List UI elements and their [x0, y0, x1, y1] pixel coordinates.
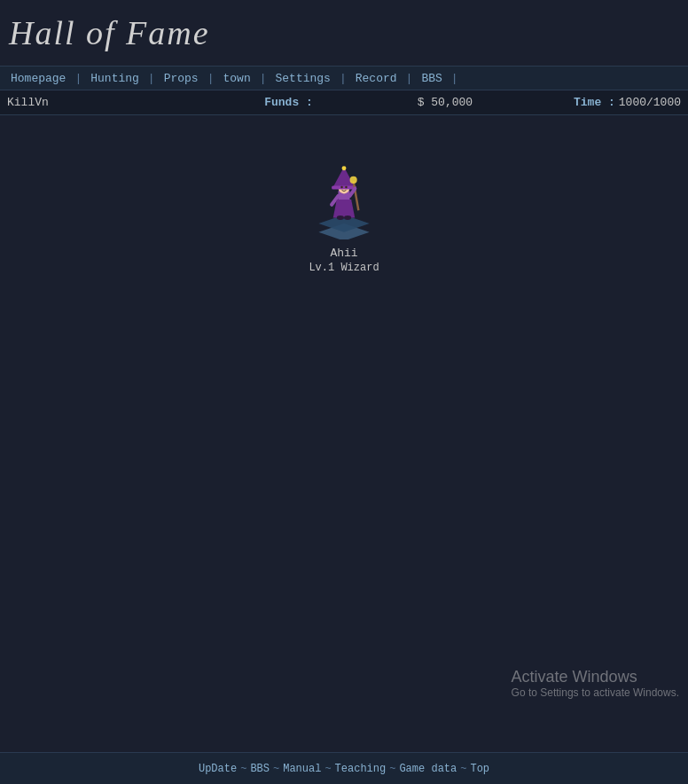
character-sprite	[295, 142, 393, 239]
footer-sep-5: ~	[460, 763, 466, 775]
nav-sep-6: |	[404, 72, 415, 85]
svg-point-8	[342, 166, 347, 170]
navbar: Homepage | Hunting | Props | town | Sett…	[0, 66, 688, 90]
nav-hunting[interactable]: Hunting	[83, 72, 146, 85]
nav-sep-3: |	[206, 72, 216, 85]
statusbar: KillVn Funds : $ 50,000 Time : 1000/1000	[0, 90, 688, 115]
footer-top[interactable]: Top	[470, 763, 489, 775]
footer-sep-1: ~	[240, 763, 246, 775]
nav-sep-2: |	[146, 72, 157, 85]
funds-value: $ 50,000	[317, 96, 574, 109]
nav-record[interactable]: Record	[348, 72, 404, 85]
svg-point-15	[344, 216, 351, 220]
nav-props[interactable]: Props	[157, 72, 206, 85]
footer-sep-3: ~	[324, 763, 331, 775]
main-content: Ahii Lv.1 Wizard Activate Windows Go to …	[0, 115, 688, 752]
footer-gamedata[interactable]: Game data	[399, 763, 457, 775]
funds-label: Funds :	[264, 96, 313, 109]
site-title: Hall of Fame	[9, 13, 210, 52]
svg-line-9	[354, 182, 359, 211]
svg-point-17	[345, 186, 347, 188]
time-value: 1000/1000	[619, 96, 681, 109]
footer-update[interactable]: UpDate	[199, 763, 237, 775]
nav-sep-4: |	[258, 72, 269, 85]
footer-sep-4: ~	[389, 763, 395, 775]
footer-manual[interactable]: Manual	[283, 763, 321, 775]
activate-windows-watermark: Activate Windows Go to Settings to activ…	[512, 668, 679, 699]
footer-teaching[interactable]: Teaching	[335, 763, 387, 775]
time-label: Time :	[574, 96, 615, 109]
footer-sep-2: ~	[273, 763, 279, 775]
svg-point-14	[337, 216, 344, 220]
svg-marker-13	[333, 200, 356, 217]
nav-town[interactable]: town	[215, 72, 257, 85]
header: Hall of Fame	[0, 0, 688, 66]
nav-homepage[interactable]: Homepage	[4, 72, 73, 85]
activate-title: Activate Windows	[512, 668, 679, 686]
nav-settings[interactable]: Settings	[269, 72, 338, 85]
svg-point-16	[340, 186, 342, 188]
footer: UpDate ~ BBS ~ Manual ~ Teaching ~ Game …	[0, 752, 688, 784]
character-container: Ahii Lv.1 Wizard	[295, 142, 393, 274]
svg-line-12	[350, 189, 356, 196]
nav-bbs[interactable]: BBS	[414, 72, 449, 85]
character-level: Lv.1 Wizard	[309, 262, 379, 274]
activate-subtitle: Go to Settings to activate Windows.	[512, 686, 679, 699]
nav-sep-7: |	[450, 72, 460, 85]
player-name: KillVn	[7, 96, 264, 109]
character-name: Ahii	[330, 247, 357, 260]
nav-sep-1: |	[73, 72, 83, 85]
footer-bbs[interactable]: BBS	[250, 763, 270, 775]
wizard-icon	[313, 160, 375, 239]
svg-point-10	[350, 176, 357, 184]
nav-sep-5: |	[338, 72, 348, 85]
